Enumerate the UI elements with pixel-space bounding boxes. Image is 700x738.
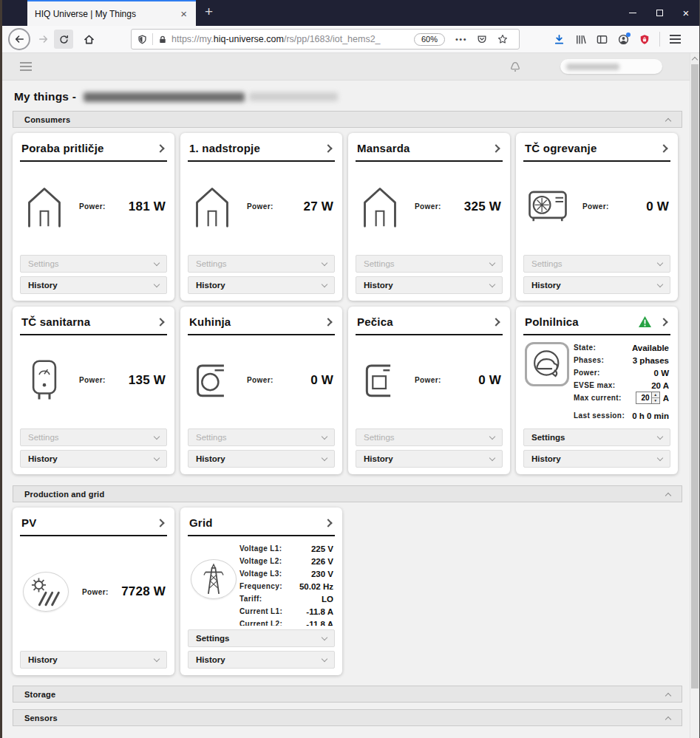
card-header[interactable]: Pečica (356, 313, 503, 335)
settings-accordion[interactable]: Settings (356, 428, 503, 446)
spinner-up-icon[interactable]: ▲ (652, 392, 659, 398)
card-header[interactable]: Poraba pritličje (20, 140, 167, 162)
history-label: History (196, 655, 225, 664)
card-header[interactable]: Kuhinja (188, 313, 335, 335)
settings-accordion[interactable]: Settings (188, 629, 335, 647)
settings-accordion[interactable]: Settings (188, 255, 335, 273)
history-accordion[interactable]: History (188, 450, 335, 468)
tracking-protection-shield-icon[interactable] (137, 35, 147, 44)
stat-value: Available (632, 344, 670, 352)
max-current-input[interactable]: ▲▼ (636, 392, 660, 404)
stat-label: Power: (582, 202, 609, 211)
history-accordion[interactable]: History (188, 651, 335, 669)
stat-label: Frequency: (239, 582, 282, 590)
history-accordion[interactable]: History (356, 450, 503, 468)
chevron-right-icon[interactable] (156, 318, 164, 326)
reload-button[interactable] (54, 30, 73, 49)
new-tab-button[interactable]: + (196, 0, 222, 26)
number-input[interactable] (636, 392, 651, 403)
settings-accordion[interactable]: Settings (356, 255, 503, 273)
settings-label: Settings (531, 433, 565, 442)
scrollbar-thumb[interactable] (691, 64, 699, 689)
minimize-button[interactable] (619, 0, 646, 26)
settings-accordion[interactable]: Settings (523, 255, 670, 273)
chevron-right-icon[interactable] (324, 144, 332, 152)
url-bar[interactable]: https://my.hiq-universe.com/rs/pp/1683/i… (131, 29, 520, 49)
zoom-level-badge[interactable]: 60% (414, 33, 445, 46)
section-production-and-grid[interactable]: Production and grid (13, 485, 682, 502)
chevron-right-icon[interactable] (492, 144, 500, 152)
chevron-right-icon[interactable] (659, 144, 667, 152)
stat-label: Voltage L2: (239, 557, 282, 565)
settings-accordion[interactable]: Settings (20, 428, 167, 446)
library-button[interactable] (575, 34, 586, 45)
history-accordion[interactable]: History (20, 651, 167, 669)
history-accordion[interactable]: History (20, 276, 167, 294)
chevron-right-icon[interactable] (156, 144, 164, 152)
settings-accordion[interactable]: Settings (523, 428, 670, 446)
section-consumers[interactable]: Consumers (13, 111, 682, 128)
pocket-icon[interactable] (477, 34, 487, 44)
chevron-right-icon[interactable] (324, 318, 332, 326)
user-account-pill[interactable] (560, 59, 662, 74)
card-header[interactable]: PV (20, 514, 167, 536)
spinner-buttons[interactable]: ▲▼ (651, 392, 659, 403)
stat-unit: A (663, 394, 670, 403)
washing-machine-icon (188, 361, 237, 400)
stat-value: -11.8 A (306, 607, 335, 616)
stat-value: 0 W (310, 373, 335, 388)
page-scrollbar[interactable] (690, 53, 699, 738)
chevron-right-icon[interactable] (492, 318, 500, 326)
account-button[interactable] (618, 34, 629, 45)
device-card: PolnilnicaState:AvailablePhases:3 phases… (516, 307, 678, 474)
device-card: PVPower:7728 WHistory (13, 508, 174, 675)
stat-row: Power:325 W (404, 199, 503, 214)
card-header[interactable]: TČ ogrevanje (523, 140, 670, 162)
chevron-right-icon[interactable] (324, 519, 332, 527)
section-storage[interactable]: Storage (13, 686, 682, 703)
tab-close-icon[interactable]: × (179, 8, 188, 19)
chevron-up-icon (665, 716, 671, 722)
history-accordion[interactable]: History (523, 450, 670, 468)
card-header[interactable]: Grid (188, 514, 335, 536)
history-accordion[interactable]: History (20, 450, 167, 468)
stat-value: 181 W (129, 199, 167, 214)
stat-label: Power: (79, 202, 106, 211)
card-header[interactable]: 1. nadstropje (188, 140, 335, 162)
downloads-button[interactable] (554, 34, 565, 45)
close-button[interactable]: × (673, 0, 699, 26)
card-header[interactable]: Mansarda (356, 140, 503, 162)
chevron-right-icon[interactable] (156, 519, 164, 527)
settings-accordion[interactable]: Settings (20, 255, 167, 273)
back-button[interactable] (8, 28, 30, 50)
page-actions-icon[interactable]: ••• (455, 35, 467, 44)
forward-button[interactable] (35, 34, 52, 44)
settings-accordion[interactable]: Settings (188, 428, 335, 446)
url-scheme: https://my. (171, 34, 214, 44)
app-menu-button[interactable] (20, 60, 32, 73)
bookmark-star-icon[interactable] (497, 34, 508, 44)
stat-label: Last session: (574, 411, 625, 420)
chevron-right-icon[interactable] (659, 318, 667, 326)
url-text[interactable]: https://my.hiq-universe.com/rs/pp/1683/i… (171, 34, 408, 44)
notifications-bell-icon[interactable] (509, 60, 522, 73)
section-sensors[interactable]: Sensors (13, 709, 682, 726)
stat-label: Power: (79, 376, 106, 384)
security-extension-button[interactable] (639, 34, 650, 45)
sidebars-button[interactable] (597, 34, 608, 45)
library-icon (575, 34, 586, 45)
browser-tab[interactable]: HIQ Universe | My Things × (27, 0, 196, 26)
menu-button[interactable] (670, 33, 681, 45)
history-accordion[interactable]: History (523, 276, 670, 294)
card-header[interactable]: TČ sanitarna (20, 313, 167, 335)
scrollbar-up-arrow[interactable] (690, 53, 699, 64)
consumers-grid: Poraba pritličjePower:181 WSettingsHisto… (13, 133, 682, 474)
spinner-down-icon[interactable]: ▼ (652, 398, 659, 403)
stat-row: Power:135 W (69, 373, 167, 388)
home-button[interactable] (79, 34, 98, 45)
maximize-button[interactable] (646, 0, 673, 26)
stat-value: 325 W (464, 199, 503, 214)
history-accordion[interactable]: History (188, 276, 335, 294)
history-accordion[interactable]: History (356, 276, 503, 294)
card-header[interactable]: Polnilnica (523, 313, 670, 335)
